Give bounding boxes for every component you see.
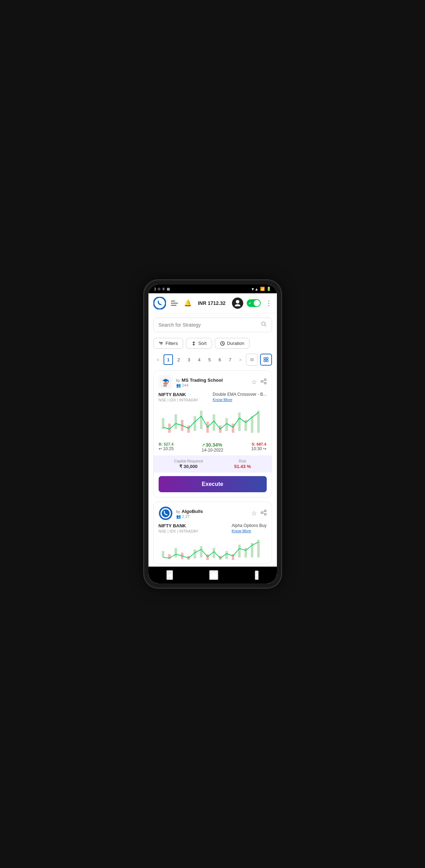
percent-value-1: 30.34% xyxy=(206,442,222,448)
chart-svg-2 xyxy=(159,538,267,561)
next-page-button[interactable]: > xyxy=(235,354,245,365)
page-6-button[interactable]: 6 xyxy=(215,354,225,365)
svg-line-54 xyxy=(263,511,264,512)
sell-label-1: S: 687.4 xyxy=(251,442,266,446)
svg-point-10 xyxy=(159,342,160,343)
card-provider-info-2: by AlgoBulls 👥 2.2T xyxy=(176,508,203,519)
prev-page-button[interactable]: < xyxy=(153,354,163,365)
card-exchange-2: NSE | IDX | INTRADAY xyxy=(159,529,199,533)
know-more-link-2[interactable]: Know More xyxy=(232,529,266,533)
svg-rect-44 xyxy=(232,423,234,433)
toggle-check-icon: ✓ xyxy=(248,301,251,305)
card-market-info-1: NIFTY BANK NSE | IDX | INTRADAY xyxy=(159,392,199,402)
know-more-link-1[interactable]: Know More xyxy=(213,398,266,402)
chart-svg-1 xyxy=(159,407,267,436)
svg-rect-1 xyxy=(171,301,175,301)
svg-point-52 xyxy=(261,512,263,513)
page-1-button[interactable]: 1 xyxy=(164,354,173,365)
duration-button[interactable]: Duration xyxy=(215,338,250,349)
execute-button-1[interactable]: Execute xyxy=(159,476,267,492)
phone-frame: 3 ⊙ ⏸ ▦ ▼▲ 📶 🔋 xyxy=(144,280,281,588)
svg-text:MS: MS xyxy=(163,385,167,387)
filter-row: Filters Sort Duration xyxy=(148,335,277,352)
status-bar: 3 ⊙ ⏸ ▦ ▼▲ 📶 🔋 xyxy=(148,285,277,293)
toggle-knob xyxy=(254,300,260,306)
buy-stat-1: B: 527.4 ↩ 10:25 xyxy=(159,442,174,453)
svg-line-31 xyxy=(263,380,264,381)
signal-icon: 📶 xyxy=(260,287,265,291)
page-4-button[interactable]: 4 xyxy=(194,354,204,365)
page-3-button[interactable]: 3 xyxy=(184,354,194,365)
risk-value-1: 51.43 % xyxy=(234,464,251,469)
card-strategy-name-2: Alpha Options Buy xyxy=(232,523,266,528)
status-left: 3 ⊙ ⏸ ▦ xyxy=(154,287,170,291)
card-actions-2: ☆ xyxy=(251,509,267,518)
search-input[interactable] xyxy=(159,322,261,328)
grid-view-button[interactable] xyxy=(260,354,272,366)
svg-rect-63 xyxy=(206,554,208,560)
status-icon3: ▦ xyxy=(167,287,170,291)
list-view-button[interactable] xyxy=(246,354,258,366)
menu-icon[interactable] xyxy=(171,299,178,307)
sort-button[interactable]: Sort xyxy=(186,338,212,349)
status-time: 3 xyxy=(154,287,156,291)
app-logo xyxy=(153,297,166,309)
sort-icon xyxy=(191,341,196,346)
share-icon-2 xyxy=(260,509,267,516)
svg-rect-20 xyxy=(266,358,268,359)
svg-rect-66 xyxy=(225,551,228,559)
status-icon2: ⏸ xyxy=(162,287,165,291)
avatar[interactable] xyxy=(232,298,243,309)
chart-area-2 xyxy=(154,535,272,563)
card-actions-1: ☆ xyxy=(251,378,267,386)
svg-rect-56 xyxy=(162,551,164,557)
filters-button[interactable]: Filters xyxy=(153,338,183,349)
followers-count-2: 2.2T xyxy=(182,514,190,519)
capital-required-1: Capital Required ₹ 30,000 xyxy=(174,459,203,469)
wifi-icon: ▼▲ xyxy=(251,287,259,291)
bell-icon[interactable]: 🔔 xyxy=(184,299,192,307)
card-info-2: NIFTY BANK NSE | IDX | INTRADAY Alpha Op… xyxy=(154,523,272,535)
search-box[interactable] xyxy=(153,318,272,332)
risk-item-1: Risk 51.43 % xyxy=(234,459,251,469)
duration-icon xyxy=(220,341,225,346)
svg-rect-35 xyxy=(174,414,177,429)
svg-rect-2 xyxy=(171,303,178,303)
ms-trading-logo: MS xyxy=(159,376,172,388)
svg-rect-68 xyxy=(238,545,240,557)
algobulls-logo xyxy=(159,507,172,520)
page-5-button[interactable]: 5 xyxy=(205,354,214,365)
recent-nav-button[interactable]: ▪ xyxy=(255,570,259,580)
card-strategy-info-2: Alpha Options Buy Know More xyxy=(232,523,266,533)
status-icon1: ⊙ xyxy=(158,287,160,291)
svg-rect-45 xyxy=(238,413,240,431)
home-nav-button[interactable]: ⬤ xyxy=(209,570,218,580)
card-info-1: NIFTY BANK NSE | IDX | INTRADAY Double E… xyxy=(154,392,272,404)
share-button-1[interactable] xyxy=(260,378,267,386)
back-nav-button[interactable]: ◀ xyxy=(166,570,173,580)
svg-point-30 xyxy=(264,382,266,384)
share-button-2[interactable] xyxy=(260,509,267,518)
card-header-2: by AlgoBulls 👥 2.2T ☆ xyxy=(154,502,272,523)
svg-rect-58 xyxy=(174,548,177,557)
followers-icon-2: 👥 xyxy=(176,514,181,519)
balance-display: INR 1712.32 xyxy=(198,300,226,306)
duration-label: Duration xyxy=(227,341,244,346)
page-2-button[interactable]: 2 xyxy=(174,354,183,365)
percent-date-1: 14-10-2022 xyxy=(202,448,223,453)
risk-label-1: Risk xyxy=(234,459,251,463)
page-7-button[interactable]: 7 xyxy=(225,354,235,365)
search-icon xyxy=(261,321,267,328)
card-provider-info-1: by MS Trading School 👥 244 xyxy=(176,377,223,388)
search-container xyxy=(148,313,277,335)
list-view-icon xyxy=(249,357,255,362)
percent-label-1: ↗ 30.34% xyxy=(202,442,223,448)
favorite-button-1[interactable]: ☆ xyxy=(251,378,257,386)
favorite-button-2[interactable]: ☆ xyxy=(251,509,257,518)
header: 🔔 INR 1712.32 ✓ ⋮ xyxy=(148,293,277,313)
more-icon[interactable]: ⋮ xyxy=(266,299,272,307)
svg-rect-48 xyxy=(257,411,259,433)
toggle-switch[interactable]: ✓ xyxy=(247,299,261,307)
chart-area-1 xyxy=(154,404,272,439)
svg-rect-21 xyxy=(264,360,266,362)
